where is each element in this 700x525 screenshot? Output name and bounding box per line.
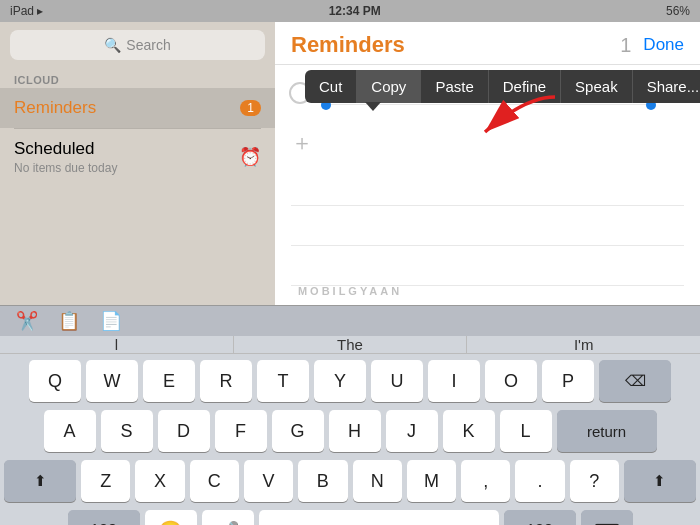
key-u[interactable]: U xyxy=(371,360,423,402)
context-menu-speak[interactable]: Speak xyxy=(561,70,633,103)
sidebar-item-scheduled[interactable]: Scheduled No items due today ⏰ xyxy=(0,129,275,185)
status-bar-right: 56% xyxy=(666,4,690,18)
key-z[interactable]: Z xyxy=(81,460,130,502)
context-menu-copy[interactable]: Copy xyxy=(357,70,421,103)
key-l[interactable]: L xyxy=(500,410,552,452)
key-b[interactable]: B xyxy=(298,460,347,502)
device-label: iPad ▸ xyxy=(10,4,43,18)
sidebar-item-reminders[interactable]: Reminders 1 xyxy=(0,88,275,128)
sidebar-item-scheduled-sub: No items due today xyxy=(14,161,117,175)
search-bar[interactable]: 🔍 Search xyxy=(10,30,265,60)
reminders-header-right: 1 Done xyxy=(620,34,684,57)
reminders-title: Reminders xyxy=(291,32,405,58)
reminders-panel: Reminders 1 Done Cut Copy Paste Define S… xyxy=(275,22,700,305)
key-question[interactable]: ? xyxy=(570,460,619,502)
key-j[interactable]: J xyxy=(386,410,438,452)
keyboard-area: ✂️ 📋 📄 l The I'm Q W E R T Y U I O P ⌫ A… xyxy=(0,305,700,525)
context-menu-define[interactable]: Define xyxy=(489,70,561,103)
key-r[interactable]: R xyxy=(200,360,252,402)
key-row-3: ⬆ Z X C V B N M , . ? ⬆ xyxy=(4,460,696,502)
key-p[interactable]: P xyxy=(542,360,594,402)
key-num-right[interactable]: 123 xyxy=(504,510,576,525)
predictive-item-2[interactable]: I'm xyxy=(467,336,700,353)
key-q[interactable]: Q xyxy=(29,360,81,402)
key-o[interactable]: O xyxy=(485,360,537,402)
add-reminder-button[interactable]: ＋ xyxy=(275,120,700,166)
predictive-item-0[interactable]: l xyxy=(0,336,234,353)
status-bar-left: iPad ▸ xyxy=(10,4,43,18)
sidebar: 🔍 Search ICLOUD Reminders 1 Scheduled No… xyxy=(0,22,275,305)
key-g[interactable]: G xyxy=(272,410,324,452)
key-n[interactable]: N xyxy=(353,460,402,502)
predictive-item-1[interactable]: The xyxy=(234,336,468,353)
key-a[interactable]: A xyxy=(44,410,96,452)
context-menu: Cut Copy Paste Define Speak Share... xyxy=(305,70,700,103)
predictive-bar: l The I'm xyxy=(0,336,700,354)
key-backspace[interactable]: ⌫ xyxy=(599,360,671,402)
key-v[interactable]: V xyxy=(244,460,293,502)
context-menu-share[interactable]: Share... xyxy=(633,70,700,103)
key-d[interactable]: D xyxy=(158,410,210,452)
reminders-header: Reminders 1 Done xyxy=(275,22,700,65)
reminder-line-1 xyxy=(291,166,684,206)
key-comma[interactable]: , xyxy=(461,460,510,502)
battery-label: 56% xyxy=(666,4,690,18)
context-menu-paste[interactable]: Paste xyxy=(421,70,488,103)
key-emoji[interactable]: 😊 xyxy=(145,510,197,525)
reminders-count: 1 xyxy=(620,34,631,57)
key-y[interactable]: Y xyxy=(314,360,366,402)
key-k[interactable]: K xyxy=(443,410,495,452)
key-s[interactable]: S xyxy=(101,410,153,452)
key-period[interactable]: . xyxy=(515,460,564,502)
sidebar-section-header: ICLOUD xyxy=(0,68,275,88)
scheduled-icon: ⏰ xyxy=(239,146,261,168)
key-c[interactable]: C xyxy=(190,460,239,502)
keyboard-toolbar: ✂️ 📋 📄 xyxy=(0,305,700,336)
reminder-lines xyxy=(275,166,700,286)
status-bar: iPad ▸ 12:34 PM 56% xyxy=(0,0,700,22)
sidebar-item-scheduled-label: Scheduled xyxy=(14,139,117,159)
reminder-line-2 xyxy=(291,206,684,246)
reminder-line-3 xyxy=(291,246,684,286)
key-row-4: 123 😊 🎤 123 ⌨ xyxy=(4,510,696,525)
key-e[interactable]: E xyxy=(143,360,195,402)
key-f[interactable]: F xyxy=(215,410,267,452)
key-w[interactable]: W xyxy=(86,360,138,402)
key-space[interactable] xyxy=(259,510,499,525)
search-icon: 🔍 xyxy=(104,37,121,53)
copy-toolbar-icon[interactable]: 📋 xyxy=(52,306,86,336)
key-t[interactable]: T xyxy=(257,360,309,402)
key-mic[interactable]: 🎤 xyxy=(202,510,254,525)
key-keyboard[interactable]: ⌨ xyxy=(581,510,633,525)
status-bar-time: 12:34 PM xyxy=(329,4,381,18)
key-i[interactable]: I xyxy=(428,360,480,402)
search-placeholder: Search xyxy=(126,37,170,53)
main-area: 🔍 Search ICLOUD Reminders 1 Scheduled No… xyxy=(0,22,700,305)
sidebar-item-reminders-badge: 1 xyxy=(240,100,261,116)
keyboard-rows: Q W E R T Y U I O P ⌫ A S D F G H J K L … xyxy=(0,354,700,525)
key-num-left[interactable]: 123 xyxy=(68,510,140,525)
key-return[interactable]: return xyxy=(557,410,657,452)
key-h[interactable]: H xyxy=(329,410,381,452)
key-shift-left[interactable]: ⬆ xyxy=(4,460,76,502)
paste-toolbar-icon[interactable]: 📄 xyxy=(94,306,128,336)
key-m[interactable]: M xyxy=(407,460,456,502)
key-row-2: A S D F G H J K L return xyxy=(4,410,696,452)
key-x[interactable]: X xyxy=(135,460,184,502)
sidebar-item-reminders-label: Reminders xyxy=(14,98,96,118)
key-row-1: Q W E R T Y U I O P ⌫ xyxy=(4,360,696,402)
cut-toolbar-icon[interactable]: ✂️ xyxy=(10,306,44,336)
key-shift-right[interactable]: ⬆ xyxy=(624,460,696,502)
done-button[interactable]: Done xyxy=(643,35,684,55)
context-menu-cut[interactable]: Cut xyxy=(305,70,357,103)
